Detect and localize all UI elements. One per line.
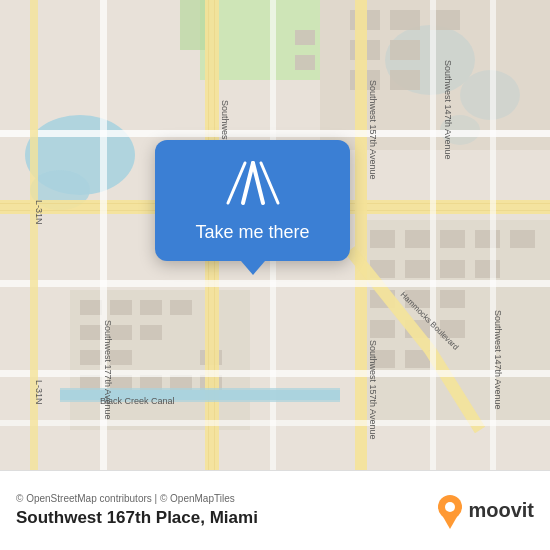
- svg-rect-40: [170, 300, 192, 315]
- svg-rect-17: [295, 55, 315, 70]
- svg-rect-67: [430, 0, 436, 470]
- svg-text:L-31N: L-31N: [34, 200, 44, 225]
- map-attribution: © OpenStreetMap contributors | © OpenMap…: [16, 493, 258, 504]
- svg-marker-87: [442, 515, 458, 529]
- svg-rect-27: [475, 260, 500, 278]
- svg-text:Southwest 157th Avenue: Southwest 157th Avenue: [368, 80, 378, 179]
- svg-rect-44: [80, 350, 102, 365]
- svg-rect-41: [80, 325, 102, 340]
- svg-text:L-31N: L-31N: [34, 380, 44, 405]
- svg-rect-39: [140, 300, 162, 315]
- road-icon: [223, 158, 283, 208]
- bottom-bar: © OpenStreetMap contributors | © OpenMap…: [0, 470, 550, 550]
- svg-rect-48: [140, 375, 162, 390]
- svg-rect-21: [440, 230, 465, 248]
- svg-rect-46: [80, 375, 102, 390]
- location-title: Southwest 167th Place, Miami: [16, 508, 258, 528]
- svg-rect-49: [170, 375, 192, 390]
- bottom-info: © OpenStreetMap contributors | © OpenMap…: [16, 493, 258, 528]
- svg-rect-30: [440, 290, 465, 308]
- moovit-brand-text: moovit: [468, 499, 534, 522]
- svg-rect-19: [370, 230, 395, 248]
- svg-line-83: [253, 163, 263, 203]
- svg-text:Southwest 157th Avenue: Southwest 157th Avenue: [368, 340, 378, 439]
- svg-text:Southwest 147th Avenue: Southwest 147th Avenue: [493, 310, 503, 409]
- svg-rect-38: [110, 300, 132, 315]
- svg-rect-16: [295, 30, 315, 45]
- svg-point-88: [445, 502, 455, 512]
- svg-rect-26: [440, 260, 465, 278]
- map-container: Southwest 177th Avenue Southwest 157th A…: [0, 0, 550, 470]
- svg-rect-37: [80, 300, 102, 315]
- svg-rect-31: [370, 320, 395, 338]
- svg-rect-25: [405, 260, 430, 278]
- svg-rect-10: [390, 10, 420, 30]
- moovit-logo: moovit: [436, 493, 534, 529]
- svg-rect-43: [140, 325, 162, 340]
- svg-rect-15: [390, 70, 420, 90]
- svg-text:Southwest 147th Avenue: Southwest 147th Avenue: [443, 60, 453, 159]
- svg-line-82: [243, 163, 253, 203]
- svg-rect-23: [510, 230, 535, 248]
- svg-rect-20: [405, 230, 430, 248]
- svg-rect-22: [475, 230, 500, 248]
- moovit-pin-icon: [436, 493, 464, 529]
- svg-rect-58: [355, 0, 367, 470]
- popup-card: Take me there: [155, 140, 350, 261]
- svg-rect-13: [390, 40, 420, 60]
- svg-text:Black Creek Canal: Black Creek Canal: [100, 396, 175, 406]
- take-me-there-button[interactable]: Take me there: [187, 218, 317, 247]
